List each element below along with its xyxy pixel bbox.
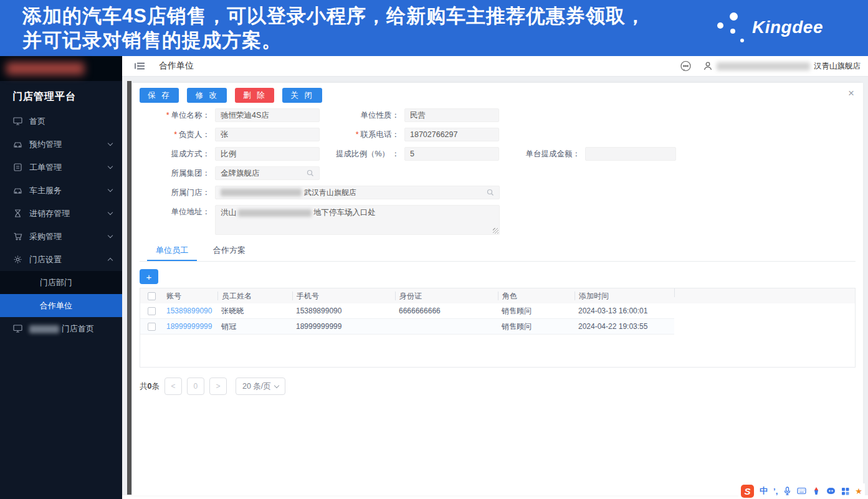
select-all-cell: [140, 292, 163, 300]
employee-added-time: 2024-04-22 19:03:55: [575, 322, 674, 331]
emoji-chat-icon[interactable]: [826, 487, 836, 495]
unit-nature-field: [404, 108, 499, 122]
form-row: 单位名称： 单位性质：: [140, 108, 856, 122]
table-header-row: 账号 员工姓名 手机号 身份证 角色 添加时间: [140, 288, 855, 303]
resize-handle[interactable]: [493, 228, 498, 234]
sogou-logo-icon[interactable]: S: [741, 485, 754, 498]
kingdee-logo-dot: [730, 12, 738, 21]
page-title: 合作单位: [159, 60, 194, 72]
form-row: 所属集团：: [140, 166, 856, 180]
group-input[interactable]: [221, 169, 304, 178]
chinese-mode-icon[interactable]: 中: [760, 485, 768, 497]
col-idcard: 身份证: [395, 292, 498, 300]
select-all-checkbox[interactable]: [148, 292, 156, 300]
form-row: 单位地址： 洪山地下停车场入口处: [140, 205, 856, 235]
modify-button[interactable]: 修 改: [187, 88, 226, 103]
sidebar-subitem-store-department[interactable]: 门店部门: [0, 271, 122, 294]
sidebar-item-home[interactable]: 首页: [0, 110, 122, 133]
vertical-scrollbar[interactable]: [127, 81, 131, 495]
banner-text: 添加的汽车4S店销售，可以登录小程序，给新购车主推荐优惠券领取， 并可记录对销售…: [22, 4, 646, 52]
next-page-button[interactable]: >: [209, 378, 227, 395]
kingdee-logo-text: Kingdee: [752, 17, 823, 37]
col-name: 员工姓名: [217, 292, 292, 300]
banner-line-1: 添加的汽车4S店销售，可以登录小程序，给新购车主推荐优惠券领取，: [22, 4, 646, 28]
sidebar-item-workorder[interactable]: 工单管理: [0, 156, 122, 179]
group-field: [215, 166, 320, 180]
commission-mode-field: [215, 147, 320, 161]
unit-nature-label: 单位性质：: [320, 108, 404, 122]
tab-cooperation-plan[interactable]: 合作方案: [204, 242, 254, 261]
toolbox-grid-icon[interactable]: [841, 487, 849, 495]
sidebar-item-label: 预约管理: [29, 139, 108, 150]
commission-ratio-label: 提成比例（%） ：: [320, 147, 404, 161]
redacted-text: [29, 325, 59, 333]
close-icon[interactable]: ×: [848, 88, 854, 98]
person-icon: [703, 61, 713, 71]
col-added-time: 添加时间: [575, 292, 674, 300]
sidebar-item-label: 门店设置: [29, 254, 108, 265]
address-textarea[interactable]: 洪山地下停车场入口处: [215, 205, 500, 235]
employee-name: 销冠: [217, 321, 292, 332]
employee-table: 账号 员工姓名 手机号 身份证 角色 添加时间 15389899090 张晓晓 …: [140, 288, 856, 368]
form-row: 提成方式： 提成比例（%） ： 单台提成金额：: [140, 147, 856, 161]
sidebar-item-inventory[interactable]: 进销存管理: [0, 202, 122, 225]
store-field[interactable]: 武汉青山旗舰店: [215, 186, 500, 199]
close-button[interactable]: 关 闭: [282, 88, 322, 103]
car-icon: [12, 140, 22, 150]
user-account[interactable]: 汉青山旗舰店: [703, 61, 861, 72]
sidebar-item-label: 首页: [29, 116, 112, 127]
employee-phone: 18999999999: [292, 322, 395, 331]
account-link[interactable]: 15389899090: [163, 307, 217, 315]
tab-unit-employees[interactable]: 单位员工: [147, 242, 197, 261]
sidebar-submenu: 门店部门 合作单位: [0, 271, 122, 317]
cart-icon: [12, 232, 22, 242]
employee-added-time: 2024-03-13 16:00:01: [575, 307, 674, 315]
sidebar-item-purchase[interactable]: 采购管理: [0, 225, 122, 248]
kingdee-logo-dot: [730, 29, 735, 34]
row-checkbox[interactable]: [148, 307, 156, 315]
unit-name-label: 单位名称：: [140, 108, 215, 122]
prev-page-button[interactable]: <: [165, 378, 182, 395]
main-header: 合作单位 汉青山旗舰店: [122, 56, 868, 77]
sidebar-item-store-homepage[interactable]: 门店首页: [0, 317, 122, 340]
punctuation-icon[interactable]: ’,: [773, 487, 778, 496]
clipboard-icon: [12, 163, 22, 173]
save-button[interactable]: 保 存: [140, 88, 179, 103]
sidebar-item-label: 采购管理: [29, 231, 108, 242]
keyboard-icon[interactable]: [797, 487, 806, 495]
page-size-value: 20 条/页: [242, 381, 271, 392]
address-suffix: 地下停车场入口处: [313, 208, 376, 217]
skin-brush-icon[interactable]: [812, 487, 821, 495]
sidebar-item-store-settings[interactable]: 门店设置: [0, 248, 122, 271]
action-toolbar: 保 存 修 改 删 除 关 闭: [140, 88, 856, 103]
sidebar-subitem-partner-unit[interactable]: 合作单位: [0, 294, 122, 317]
delete-button[interactable]: 删 除: [235, 88, 274, 103]
message-icon[interactable]: [680, 60, 692, 72]
search-icon[interactable]: [307, 169, 314, 177]
add-employee-button[interactable]: +: [140, 269, 158, 284]
contact-phone-label: 联系电话：: [320, 128, 404, 141]
account-link[interactable]: 18999999999: [163, 322, 217, 331]
col-account: 账号: [163, 291, 217, 302]
page-size-select[interactable]: 20 条/页: [236, 378, 285, 395]
contact-phone-input[interactable]: [410, 130, 494, 139]
kingdee-logo-dot: [740, 39, 744, 42]
unit-name-input[interactable]: [221, 111, 314, 120]
monitor-icon: [12, 324, 22, 334]
microphone-icon[interactable]: [783, 487, 791, 495]
collapse-menu-icon[interactable]: [135, 62, 145, 70]
per-unit-amount-input[interactable]: [591, 150, 670, 158]
row-checkbox[interactable]: [148, 323, 156, 331]
form-row: 所属门店： 武汉青山旗舰店: [140, 186, 856, 199]
commission-mode-input[interactable]: [221, 150, 314, 158]
principal-label: 负责人：: [140, 128, 215, 141]
sidebar-item-owner-service[interactable]: 车主服务: [0, 179, 122, 202]
search-icon[interactable]: [487, 189, 494, 196]
sidebar-item-reservation[interactable]: 预约管理: [0, 133, 122, 156]
unit-nature-input[interactable]: [410, 111, 494, 120]
principal-input[interactable]: [221, 130, 314, 139]
current-page-button[interactable]: 0: [187, 378, 204, 395]
chevron-down-icon: [108, 210, 113, 215]
badge-star-icon[interactable]: ★: [855, 487, 862, 496]
commission-ratio-input[interactable]: [410, 150, 494, 158]
